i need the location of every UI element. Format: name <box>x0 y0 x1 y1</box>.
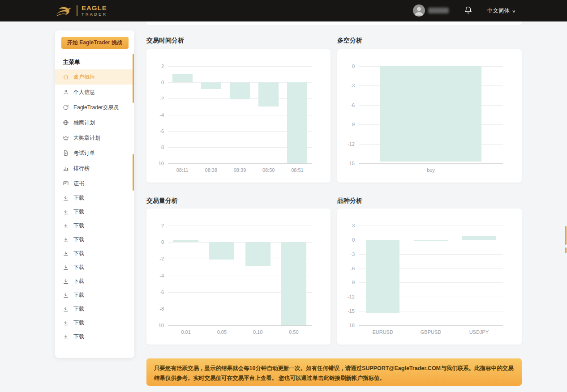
sidebar-item-label: 下载 <box>73 222 84 230</box>
brand-name-top: EAGLE <box>82 4 107 12</box>
bar-08:39 <box>230 82 250 99</box>
page-scrollbar-thumb[interactable] <box>565 226 567 245</box>
sidebar-item-label: 排行榜 <box>73 165 90 172</box>
download-icon <box>63 223 69 229</box>
notice-text: 只要您有活跃交易，显示的结果就会每10分钟自动更新一次。如有任何错误，请通过SU… <box>154 365 514 381</box>
y-tick-label: -6 <box>350 266 355 271</box>
sidebar-item-label: 账户概括 <box>73 73 95 81</box>
sidebar-item-profile[interactable]: 个人信息 <box>55 85 134 100</box>
sidebar-item-eagletrader-trader[interactable]: EagleTrader交易员 <box>55 100 134 115</box>
sidebar-item-download-7[interactable]: 下载 <box>55 288 134 302</box>
bar-08:51 <box>287 82 307 163</box>
sidebar: 开始 EagleTrader 挑战 主菜单 账户概括个人信息EagleTrade… <box>55 30 134 358</box>
brand-logo[interactable]: EAGLE TRADER <box>54 0 107 21</box>
sidebar-item-account-overview[interactable]: 账户概括 <box>55 69 134 85</box>
bar-0.01 <box>173 240 198 243</box>
download-icon <box>63 306 69 312</box>
x-tick-label: USDJPY <box>469 329 489 335</box>
home-icon <box>63 74 69 80</box>
notifications-bell-icon[interactable] <box>464 5 472 16</box>
y-tick-label: -8 <box>159 306 164 311</box>
certificate-icon <box>63 180 69 187</box>
gridline <box>168 325 312 326</box>
download-icon <box>63 251 69 257</box>
sidebar-item-label: 雄鹰计划 <box>73 119 95 127</box>
y-tick-label: -3 <box>350 83 355 88</box>
sidebar-item-download-8[interactable]: 下载 <box>55 302 134 316</box>
y-tick-label: -6 <box>350 102 355 108</box>
sidebar-scrollbar-thumb[interactable] <box>133 54 134 103</box>
sidebar-item-label: 下载 <box>73 250 84 257</box>
language-label: 中文简体 <box>487 7 510 15</box>
y-tick-label: -18 <box>348 323 355 328</box>
avatar[interactable] <box>413 4 425 17</box>
y-tick-label: -4 <box>159 273 164 278</box>
y-tick-label: -6 <box>159 290 164 295</box>
x-tick-label: 08:51 <box>291 167 304 173</box>
gridline <box>168 163 312 164</box>
chart-title-long-short: 多空分析 <box>337 37 362 45</box>
x-tick-label: 08:38 <box>205 167 218 173</box>
page: EAGLE TRADER 中文简体 ∨ 开始 Eagle <box>0 0 567 392</box>
scrolled-card-edge <box>146 21 522 25</box>
menu-section-title: 主菜单 <box>63 58 134 66</box>
chart-title-volume: 交易量分析 <box>146 197 178 205</box>
gridline <box>359 325 503 326</box>
sidebar-item-label: 考试订单 <box>73 149 95 157</box>
refresh-icon <box>63 104 69 111</box>
y-tick-label: -2 <box>159 256 164 261</box>
y-tick-label: 0 <box>352 237 355 243</box>
x-tick-label: buy <box>427 167 435 173</box>
sidebar-scrollbar-thumb[interactable] <box>133 154 134 191</box>
x-tick-label: 0.10 <box>253 329 262 335</box>
sidebar-item-label: 下载 <box>73 194 84 202</box>
gridline <box>359 226 503 226</box>
y-tick-label: -15 <box>348 308 355 314</box>
y-tick-label: 0 <box>161 80 164 85</box>
x-tick-label: 08:39 <box>234 167 246 173</box>
sidebar-item-exam-orders[interactable]: 考试订单 <box>55 145 134 161</box>
user-menu[interactable] <box>413 4 449 17</box>
page-scrollbar-thumb[interactable] <box>565 247 567 253</box>
y-tick-label: 0 <box>161 239 164 245</box>
bar-chart-trading-time: 20-2-4-6-8-1008:1108:3808:3908:5008:51 <box>168 66 312 163</box>
crown-icon <box>63 135 69 141</box>
sidebar-item-label: 下载 <box>73 277 84 285</box>
sidebar-item-download-10[interactable]: 下载 <box>55 330 134 344</box>
y-tick-label: -10 <box>157 323 164 328</box>
sidebar-item-download-1[interactable]: 下载 <box>55 205 134 219</box>
sidebar-item-download-4[interactable]: 下载 <box>55 247 134 260</box>
y-tick-label: -15 <box>348 161 355 166</box>
bar-08:38 <box>201 82 221 89</box>
x-tick-label: EURUSD <box>372 329 393 335</box>
globe-icon <box>63 119 69 126</box>
bar-USDJPY <box>462 236 496 239</box>
chart-title-trading-time: 交易时间分析 <box>146 37 184 45</box>
sidebar-item-download-6[interactable]: 下载 <box>55 274 134 288</box>
sidebar-item-download-5[interactable]: 下载 <box>55 260 134 274</box>
language-selector[interactable]: 中文简体 ∨ <box>487 7 515 15</box>
chart-card-symbols: 30-3-6-9-12-15-18EURUSDGBPUSDUSDJPY <box>337 209 522 345</box>
sidebar-item-leaderboard[interactable]: 排行榜 <box>55 161 134 176</box>
sidebar-item-download-9[interactable]: 下载 <box>55 316 134 330</box>
sidebar-item-label: 证书 <box>73 180 84 187</box>
x-tick-label: 0.05 <box>217 329 227 335</box>
username-redacted <box>428 8 449 13</box>
sidebar-item-certificate[interactable]: 证书 <box>55 176 134 191</box>
y-tick-label: 3 <box>352 223 355 228</box>
sidebar-item-download-3[interactable]: 下载 <box>55 233 134 247</box>
sidebar-item-grand-medal-plan[interactable]: 大奖章计划 <box>55 130 134 145</box>
start-challenge-button[interactable]: 开始 EagleTrader 挑战 <box>61 37 129 49</box>
sidebar-item-label: 大奖章计划 <box>73 134 100 142</box>
sidebar-item-label: EagleTrader交易员 <box>73 104 119 111</box>
download-icon <box>63 195 69 201</box>
gridline <box>359 163 503 164</box>
sidebar-item-download-0[interactable]: 下载 <box>55 191 134 205</box>
sidebar-item-download-2[interactable]: 下载 <box>55 219 134 233</box>
y-tick-label: -12 <box>348 141 355 147</box>
y-tick-label: -12 <box>348 294 355 299</box>
sidebar-item-eagle-plan[interactable]: 雄鹰计划 <box>55 115 134 130</box>
sidebar-item-label: 个人信息 <box>73 89 95 96</box>
chart-card-trading-time: 20-2-4-6-8-1008:1108:3808:3908:5008:51 <box>146 49 331 183</box>
x-tick-label: 0.01 <box>181 329 190 335</box>
